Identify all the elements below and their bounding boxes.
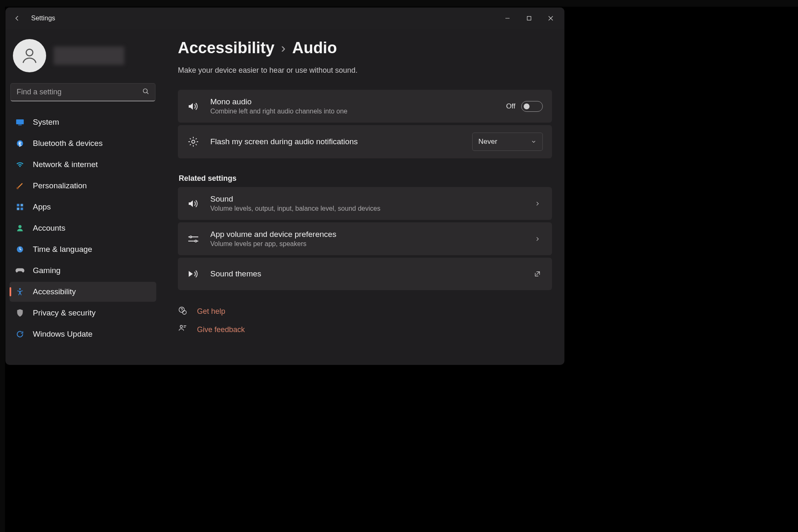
chevron-down-icon — [531, 139, 537, 145]
footer-link-label: Get help — [197, 307, 225, 316]
user-profile[interactable] — [10, 33, 156, 81]
flash-screen-card[interactable]: Flash my screen during audio notificatio… — [178, 125, 552, 158]
search-field[interactable] — [10, 83, 155, 101]
nav-list: System Bluetooth & devices Network & int… — [10, 112, 156, 344]
nav-label: Gaming — [33, 266, 61, 275]
main-content: Accessibility › Audio Make your device e… — [161, 29, 564, 365]
svg-point-15 — [190, 236, 192, 237]
window-controls — [497, 9, 561, 27]
back-button[interactable] — [9, 10, 25, 27]
svg-point-13 — [19, 288, 21, 290]
footer-links: Get help Give feedback — [178, 306, 552, 335]
nav-bluetooth[interactable]: Bluetooth & devices — [10, 133, 156, 153]
nav-label: Accessibility — [33, 287, 76, 296]
bluetooth-icon — [15, 139, 25, 148]
related-settings-heading: Related settings — [179, 174, 552, 183]
breadcrumb: Accessibility › Audio — [178, 39, 552, 57]
search-input[interactable] — [10, 83, 155, 101]
svg-point-16 — [195, 240, 197, 241]
nav-label: Accounts — [33, 224, 65, 233]
give-feedback-link[interactable]: Give feedback — [178, 324, 552, 335]
monitor-icon — [15, 118, 25, 127]
nav-privacy[interactable]: Privacy & security — [10, 303, 156, 323]
svg-point-11 — [18, 225, 22, 229]
card-title: Sound — [210, 195, 521, 204]
sidebar: System Bluetooth & devices Network & int… — [5, 29, 161, 365]
apps-icon — [15, 202, 25, 212]
username-redacted — [54, 47, 124, 65]
accessibility-icon — [15, 287, 25, 296]
obscured-region — [0, 0, 798, 7]
svg-point-19 — [180, 325, 183, 328]
svg-rect-3 — [16, 119, 24, 124]
wifi-icon — [15, 160, 25, 169]
nav-time-language[interactable]: Time & language — [10, 239, 156, 259]
breadcrumb-current: Audio — [292, 39, 337, 57]
speaker-icon — [187, 197, 200, 210]
svg-rect-4 — [18, 125, 22, 126]
gaming-icon — [15, 266, 25, 275]
related-sound-card[interactable]: Sound Volume levels, output, input, bala… — [178, 187, 552, 220]
flash-screen-dropdown[interactable]: Never — [472, 133, 543, 151]
related-app-volume-card[interactable]: App volume and device preferences Volume… — [178, 222, 552, 255]
breadcrumb-parent[interactable]: Accessibility — [178, 39, 274, 57]
card-title: App volume and device preferences — [210, 230, 521, 239]
svg-point-18 — [182, 310, 186, 314]
minimize-button[interactable] — [497, 9, 518, 27]
nav-system[interactable]: System — [10, 112, 156, 132]
svg-point-1 — [26, 49, 33, 56]
speaker-icon — [187, 100, 200, 113]
window-title: Settings — [31, 15, 55, 22]
play-sound-icon — [187, 268, 200, 280]
titlebar: Settings — [5, 7, 564, 29]
clock-globe-icon — [15, 245, 25, 254]
card-title: Sound themes — [210, 269, 521, 278]
svg-rect-10 — [21, 208, 23, 210]
nav-label: Time & language — [33, 245, 92, 254]
help-icon — [178, 306, 187, 317]
feedback-icon — [178, 324, 187, 335]
obscured-region — [0, 0, 5, 532]
nav-label: Apps — [33, 202, 51, 212]
nav-personalization[interactable]: Personalization — [10, 176, 156, 196]
svg-point-6 — [17, 187, 19, 189]
nav-label: Privacy & security — [33, 308, 96, 318]
sliders-icon — [187, 233, 200, 245]
svg-point-14 — [192, 140, 195, 143]
footer-link-label: Give feedback — [197, 325, 245, 334]
card-description: Volume levels per app, speakers — [210, 240, 521, 248]
dropdown-value: Never — [478, 138, 497, 146]
brightness-icon — [187, 135, 200, 148]
settings-window: Settings — [5, 7, 564, 365]
nav-label: Windows Update — [33, 330, 93, 339]
nav-apps[interactable]: Apps — [10, 197, 156, 217]
nav-network[interactable]: Network & internet — [10, 155, 156, 175]
svg-rect-9 — [17, 208, 20, 210]
person-icon — [15, 224, 25, 233]
maximize-button[interactable] — [519, 9, 539, 27]
mono-audio-card[interactable]: Mono audio Combine left and right audio … — [178, 90, 552, 123]
svg-rect-0 — [527, 17, 531, 20]
get-help-link[interactable]: Get help — [178, 306, 552, 317]
avatar — [13, 39, 46, 72]
paintbrush-icon — [15, 181, 25, 190]
nav-label: Personalization — [33, 181, 87, 190]
nav-windows-update[interactable]: Windows Update — [10, 324, 156, 344]
mono-audio-toggle[interactable] — [521, 101, 543, 112]
external-link-icon — [532, 270, 543, 278]
nav-accessibility[interactable]: Accessibility — [10, 282, 156, 302]
nav-accounts[interactable]: Accounts — [10, 218, 156, 238]
page-subtitle: Make your device easier to hear or use w… — [178, 66, 552, 75]
nav-label: Bluetooth & devices — [33, 139, 103, 148]
svg-rect-7 — [17, 204, 20, 207]
svg-rect-8 — [21, 204, 23, 207]
chevron-right-icon — [532, 201, 543, 207]
close-button[interactable] — [540, 9, 561, 27]
nav-gaming[interactable]: Gaming — [10, 261, 156, 281]
toggle-label: Off — [506, 102, 515, 111]
nav-label: Network & internet — [33, 160, 98, 169]
nav-label: System — [33, 118, 59, 127]
card-description: Volume levels, output, input, balance le… — [210, 205, 521, 212]
card-description: Combine left and right audio channels in… — [210, 108, 495, 115]
related-sound-themes-card[interactable]: Sound themes — [178, 258, 552, 290]
